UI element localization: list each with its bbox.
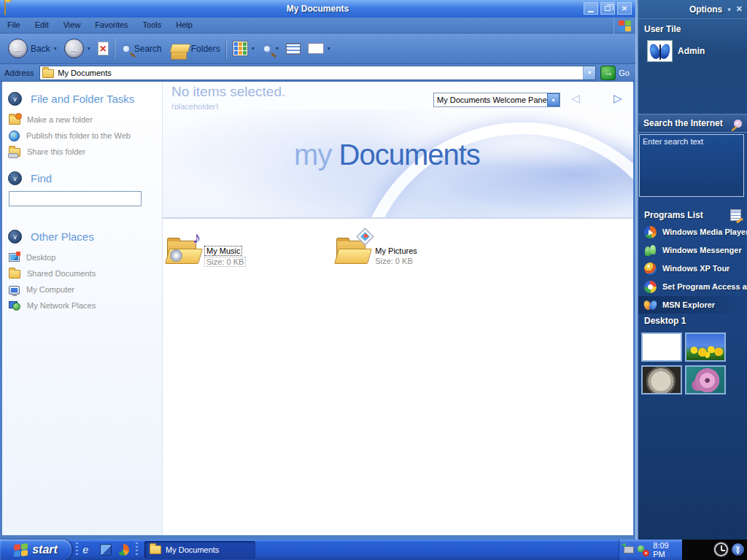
search-button[interactable]: Search — [117, 36, 166, 62]
quick-launch-grip[interactable] — [136, 542, 138, 557]
window-title: My Documents — [0, 4, 635, 14]
folders-button[interactable]: Folders — [166, 36, 224, 62]
task-make-new-folder[interactable]: Make a new folder — [9, 112, 162, 128]
notes-icon[interactable] — [730, 209, 741, 221]
program-windows-messenger[interactable]: Windows Messenger — [638, 241, 747, 259]
extra-view-button[interactable]: ▾ — [304, 36, 334, 62]
wallpaper-thumbnail-flower[interactable] — [685, 365, 726, 394]
desktop-section-title: Desktop 1 — [644, 316, 686, 326]
search-icon — [121, 44, 131, 54]
place-desktop[interactable]: Desktop — [9, 249, 162, 265]
explorer-window: My Documents ✕ File Edit View Favorites … — [0, 0, 635, 540]
internet-explorer-icon[interactable]: e — [82, 544, 94, 556]
sidebar-close-icon[interactable]: ✕ — [736, 4, 743, 14]
network-status-icon[interactable] — [638, 545, 649, 555]
back-dropdown-icon[interactable]: ▾ — [54, 45, 57, 52]
minimize-button[interactable] — [584, 2, 598, 15]
shared-documents-icon — [9, 270, 20, 279]
expand-chevron-icon[interactable]: ∨∨ — [732, 543, 744, 556]
zoom-dropdown-icon[interactable]: ▾ — [276, 45, 279, 52]
show-desktop-icon[interactable] — [100, 544, 112, 556]
banner-title: my Documents — [163, 139, 611, 171]
details-view-button[interactable] — [282, 36, 304, 62]
safely-remove-hardware-icon[interactable] — [624, 546, 634, 553]
options-button[interactable]: Options — [689, 4, 722, 15]
network-places-icon — [9, 301, 20, 311]
user-name: Admin — [678, 46, 705, 56]
find-input[interactable] — [9, 191, 142, 206]
magnifier-icon — [262, 44, 272, 54]
menu-help[interactable]: Help — [169, 18, 200, 33]
programs-list-header: Programs List — [638, 209, 747, 221]
menu-file[interactable]: File — [0, 18, 28, 33]
media-player-icon[interactable] — [117, 544, 129, 556]
combo-dropdown-icon[interactable]: ▾ — [547, 93, 560, 106]
toolbar-separator — [226, 39, 227, 59]
restore-button[interactable] — [600, 2, 615, 15]
program-set-program-access[interactable]: Set Program Access and — [638, 278, 747, 295]
views-button[interactable]: ▾ — [229, 36, 258, 62]
search-icon[interactable] — [734, 120, 742, 128]
user-avatar[interactable] — [647, 40, 673, 62]
sidebar-options-bar: Options ▾ ✕ — [638, 0, 747, 19]
taskbar-my-documents-button[interactable]: My Documents — [144, 541, 255, 559]
task-share-folder[interactable]: Share this folder — [9, 144, 162, 160]
file-my-pictures[interactable]: My Pictures Size: 0 KB — [333, 233, 418, 267]
wallpaper-thumbnail-blank[interactable] — [641, 332, 682, 362]
program-windows-media-player[interactable]: Windows Media Player — [638, 223, 747, 241]
my-music-folder-icon: ♪ — [164, 233, 202, 265]
selection-status: No items selected. — [171, 84, 285, 100]
clock-icon[interactable] — [714, 542, 728, 556]
other-places-header[interactable]: ∨ Other Places — [8, 230, 162, 244]
zoom-button[interactable]: ▾ — [258, 36, 282, 62]
menu-tools[interactable]: Tools — [136, 18, 169, 33]
my-computer-icon — [9, 286, 20, 295]
stop-button[interactable]: ✕ — [94, 36, 112, 62]
wallpaper-thumbnail-moon[interactable] — [641, 365, 682, 394]
place-shared-documents[interactable]: Shared Documents — [9, 265, 162, 281]
clock-time[interactable]: 8:09 PM — [653, 541, 682, 559]
start-button[interactable]: start — [0, 540, 71, 560]
task-publish-folder[interactable]: Publish this folder to the Web — [9, 128, 162, 144]
wallpaper-thumbnail-tulips[interactable] — [685, 332, 726, 362]
file-my-music[interactable]: ♪ My Music Size: 0 KB — [164, 233, 246, 267]
options-dropdown-icon[interactable]: ▾ — [727, 6, 731, 13]
desktop-icon — [9, 253, 20, 262]
file-name[interactable]: My Music — [204, 246, 242, 256]
menu-view[interactable]: View — [56, 18, 88, 33]
file-size: Size: 0 KB — [204, 257, 246, 267]
forward-button[interactable]: → ▾ — [61, 36, 94, 62]
back-button[interactable]: ← Back ▾ — [4, 36, 61, 62]
title-bar[interactable]: My Documents ✕ — [0, 0, 635, 18]
address-dropdown-icon[interactable]: ▾ — [583, 66, 595, 79]
file-name[interactable]: My Pictures — [374, 246, 418, 255]
next-pane-button[interactable]: ▷ — [614, 92, 622, 105]
toolbar-separator — [115, 39, 115, 59]
share-folder-icon — [9, 148, 20, 157]
chevron-down-icon[interactable]: ∨ — [8, 230, 22, 244]
file-folder-tasks-header[interactable]: ∨ File and Folder Tasks — [8, 92, 162, 106]
extra-dropdown-icon[interactable]: ▾ — [328, 45, 330, 52]
place-network-places[interactable]: My Network Places — [9, 298, 162, 314]
close-button[interactable]: ✕ — [617, 2, 632, 15]
menu-edit[interactable]: Edit — [28, 18, 56, 33]
quick-launch-grip[interactable] — [76, 542, 78, 557]
sidebar-search-input[interactable]: Enter search text — [639, 134, 744, 197]
chevron-down-icon[interactable]: ∨ — [8, 171, 22, 185]
view-pane-select[interactable]: My Documents Welcome Pane ▾ — [433, 93, 560, 107]
views-dropdown-icon[interactable]: ▾ — [252, 45, 255, 52]
address-input[interactable]: My Documents ▾ — [39, 66, 596, 80]
forward-dropdown-icon[interactable]: ▾ — [88, 45, 90, 52]
find-header[interactable]: ∨ Find — [8, 171, 162, 185]
previous-pane-button[interactable]: ◁ — [571, 92, 580, 105]
program-windows-xp-tour[interactable]: Windows XP Tour — [638, 260, 747, 277]
program-msn-explorer[interactable]: MSN Explorer — [638, 296, 747, 314]
go-button[interactable]: → — [600, 66, 616, 80]
chevron-down-icon[interactable]: ∨ — [8, 92, 22, 106]
task-pane: ∨ File and Folder Tasks Make a new folde… — [2, 82, 163, 535]
taskbar: start e My Documents 8:09 PM ∨∨ — [0, 540, 747, 560]
place-my-computer[interactable]: My Computer — [9, 281, 162, 298]
folders-icon — [169, 44, 179, 52]
address-label: Address — [4, 69, 34, 77]
menu-favorites[interactable]: Favorites — [88, 18, 135, 33]
